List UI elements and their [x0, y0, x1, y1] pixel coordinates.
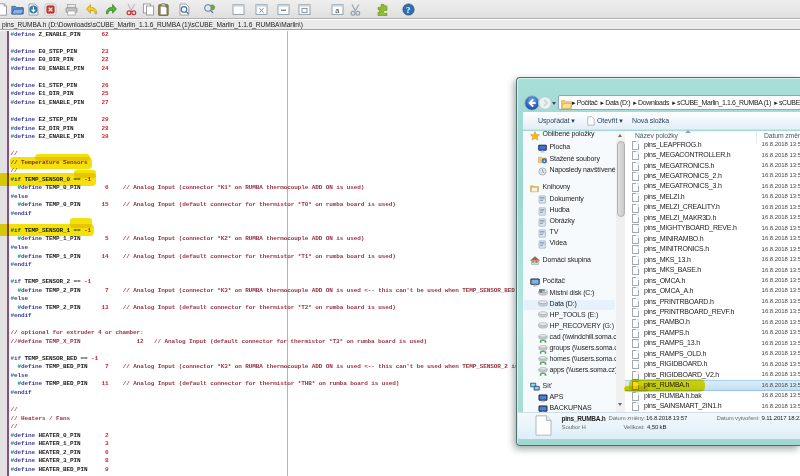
svg-text:?: ? [406, 5, 411, 15]
svg-text:a: a [335, 7, 339, 14]
